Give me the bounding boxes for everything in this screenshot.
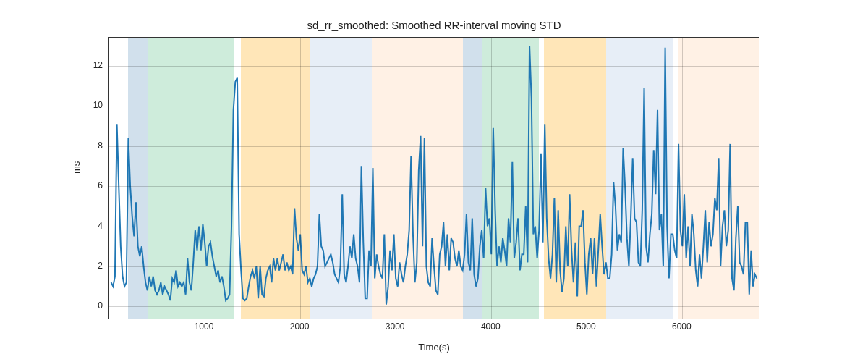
x-tick-label: 4000 [481, 321, 501, 332]
chart-gridline-h [109, 227, 759, 227]
chart-gridline-h [109, 106, 759, 106]
y-tick-label: 6 [74, 180, 103, 190]
chart-gridline-v [300, 38, 301, 319]
chart-gridline-h [109, 266, 759, 267]
chart-plot-area [109, 37, 760, 319]
x-tick-label: 5000 [576, 321, 596, 332]
chart-gridline-h [109, 186, 759, 187]
y-tick-label: 4 [74, 221, 103, 231]
y-axis-label: ms [71, 161, 82, 174]
chart-figure: sd_rr_smoothed: Smoothed RR-interval mov… [0, 0, 868, 362]
x-tick-label: 1000 [195, 321, 214, 332]
chart-gridline-h [109, 66, 759, 67]
chart-gridline-h [109, 146, 759, 147]
x-axis-label: Time(s) [0, 342, 868, 353]
chart-gridline-v [587, 38, 587, 319]
chart-gridline-v [396, 38, 396, 319]
chart-line [109, 38, 759, 319]
chart-gridline-h [109, 306, 759, 307]
chart-gridline-v [491, 38, 492, 319]
y-tick-label: 12 [74, 60, 103, 70]
y-tick-label: 0 [74, 300, 103, 311]
x-tick-label: 6000 [672, 321, 692, 332]
y-tick-label: 2 [74, 261, 103, 271]
chart-gridline-v [205, 38, 205, 319]
y-tick-label: 10 [74, 100, 103, 110]
chart-title: sd_rr_smoothed: Smoothed RR-interval mov… [0, 19, 868, 31]
x-tick-label: 3000 [386, 321, 405, 332]
y-tick-label: 8 [74, 140, 103, 151]
chart-gridline-v [682, 38, 683, 319]
x-tick-label: 2000 [290, 321, 310, 332]
